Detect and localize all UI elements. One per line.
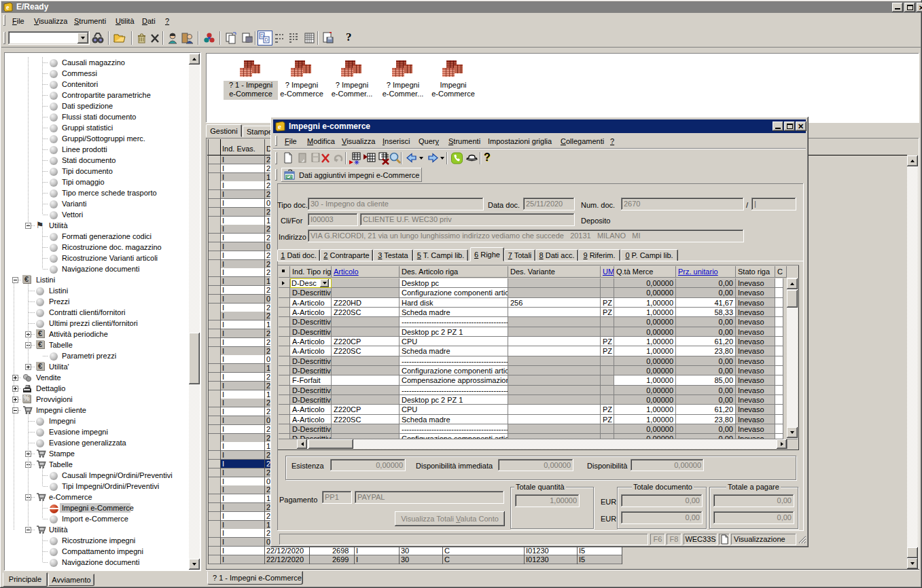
svg-text:CA: CA [287, 175, 293, 179]
svg-text:D: D [265, 37, 268, 42]
svg-text:e: e [278, 122, 281, 130]
svg-text:D: D [260, 33, 264, 38]
svg-text:e: e [6, 3, 10, 11]
